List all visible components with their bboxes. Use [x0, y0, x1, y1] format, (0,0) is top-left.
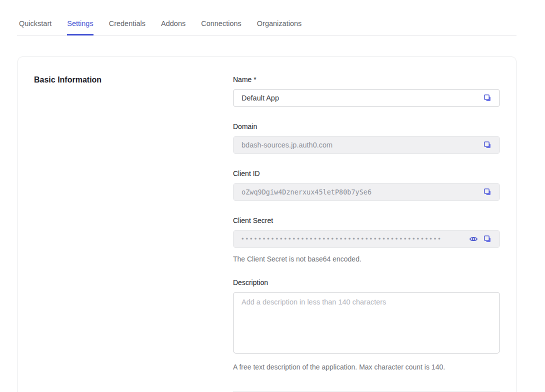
tab-organizations[interactable]: Organizations	[257, 18, 302, 36]
required-asterisk: *	[254, 76, 256, 84]
basic-information-form: Name* Domain	[233, 75, 500, 392]
eye-icon	[469, 234, 478, 244]
tab-credentials[interactable]: Credentials	[109, 18, 146, 36]
domain-input-wrapper	[233, 136, 500, 154]
tab-settings[interactable]: Settings	[67, 18, 93, 36]
copy-icon	[483, 188, 492, 196]
client-secret-label: Client Secret	[233, 216, 500, 225]
copy-icon	[483, 94, 492, 102]
section-title-column: Basic Information	[34, 75, 233, 392]
domain-field: Domain	[233, 122, 500, 154]
copy-domain-button[interactable]	[481, 138, 494, 152]
domain-label: Domain	[233, 122, 500, 131]
section-title: Basic Information	[34, 75, 233, 85]
copy-name-button[interactable]	[481, 92, 494, 104]
client-secret-helper-text: The Client Secret is not base64 encoded.	[233, 254, 500, 264]
client-secret-input-wrapper: ••••••••••••••••••••••••••••••••••••••••…	[233, 230, 500, 248]
tab-quickstart[interactable]: Quickstart	[19, 18, 52, 36]
name-input[interactable]	[242, 90, 480, 106]
tab-addons[interactable]: Addons	[161, 18, 186, 36]
tab-connections[interactable]: Connections	[201, 18, 242, 36]
section-divider	[233, 391, 500, 392]
description-label: Description	[233, 278, 500, 287]
reveal-client-secret-button[interactable]	[467, 232, 480, 246]
name-label-text: Name	[233, 76, 252, 84]
client-id-field: Client ID	[233, 169, 500, 201]
copy-icon	[483, 234, 492, 244]
copy-client-secret-button[interactable]	[481, 232, 494, 246]
copy-client-id-button[interactable]	[481, 186, 494, 198]
basic-information-card: Basic Information Name* Domain	[18, 56, 516, 392]
name-input-wrapper	[233, 89, 500, 107]
client-id-input	[242, 184, 480, 200]
name-field: Name*	[233, 75, 500, 107]
client-id-input-wrapper	[233, 183, 500, 201]
client-secret-field: Client Secret ••••••••••••••••••••••••••…	[233, 216, 500, 264]
client-secret-masked-value: ••••••••••••••••••••••••••••••••••••••••…	[242, 230, 466, 248]
description-field: Description A free text description of t…	[233, 278, 500, 372]
description-textarea[interactable]	[233, 292, 500, 354]
name-label: Name*	[233, 75, 500, 84]
domain-input	[242, 136, 480, 154]
copy-icon	[483, 140, 492, 150]
client-id-label: Client ID	[233, 169, 500, 178]
description-helper-text: A free text description of the applicati…	[233, 362, 500, 372]
application-tabbar: Quickstart Settings Credentials Addons C…	[17, 18, 516, 36]
